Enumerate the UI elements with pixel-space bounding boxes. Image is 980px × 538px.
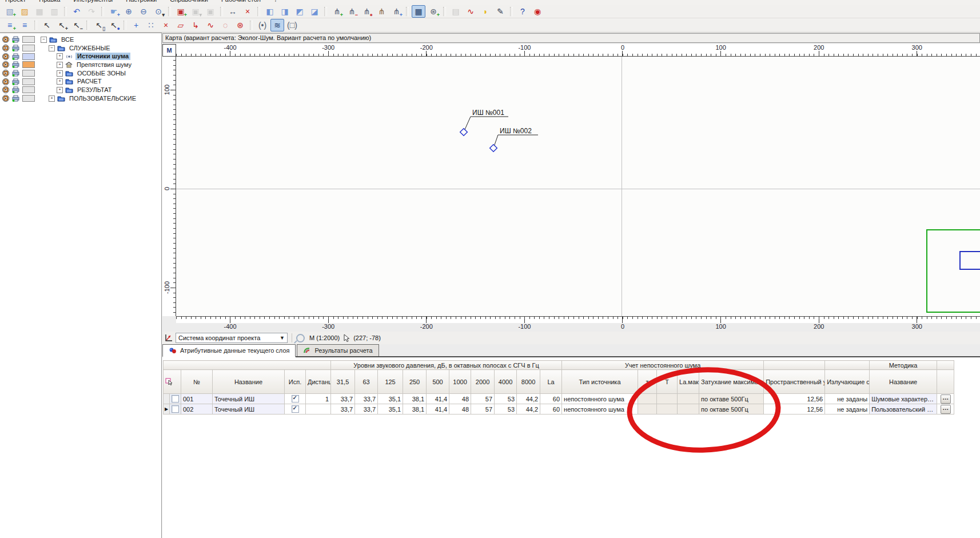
cell-name[interactable]: Точечный ИШ xyxy=(213,394,285,404)
move-object-button[interactable]: + xyxy=(129,19,143,31)
layer-label[interactable]: ПОЛЬЗОВАТЕЛЬСКИЕ xyxy=(67,95,138,102)
draw-point-source-button[interactable]: (•) xyxy=(256,19,269,31)
layer-label[interactable]: ВСЕ xyxy=(59,36,75,43)
layer-label-noise-sources[interactable]: Источники шума xyxy=(75,53,130,60)
cell-radiating-sides[interactable]: не заданы xyxy=(825,394,870,404)
add-map-object-button[interactable]: ▣+ xyxy=(174,5,188,18)
draw-area-source-button[interactable]: (□) xyxy=(285,19,299,31)
tab-attribute-data[interactable]: Атрибутивные данные текущего слоя xyxy=(162,344,296,357)
col-header-distance[interactable]: Дистанция замера (расчёта), м xyxy=(306,370,331,394)
edit-mesh-button[interactable]: ⊛ xyxy=(233,19,247,31)
cell-f500[interactable]: 41,4 xyxy=(427,394,449,404)
cell-f8000[interactable]: 44,2 xyxy=(517,394,540,404)
cell-la-max[interactable] xyxy=(678,394,699,404)
layer-color-swatch[interactable] xyxy=(22,61,35,68)
edit-nodes-button[interactable]: ∷ xyxy=(144,19,158,31)
cell-f1000[interactable]: 48 xyxy=(449,394,471,404)
table-row-001[interactable]: 001 Точечный ИШ 1 33,7 33,7 35,1 38,1 41… xyxy=(164,394,954,404)
layer-label[interactable]: Препятствия шуму xyxy=(75,61,133,69)
grid-settings-button[interactable]: ▦ xyxy=(412,5,425,18)
cell-f2000[interactable]: 57 xyxy=(471,404,495,415)
layer-print-icon[interactable] xyxy=(12,53,19,60)
acoustic-report-button[interactable]: ◉ xyxy=(531,5,544,18)
layer-color-swatch[interactable] xyxy=(22,36,35,43)
col-header-name[interactable]: Название xyxy=(213,370,285,394)
cell-f63[interactable]: 33,7 xyxy=(355,394,378,404)
layer-visibility-icon[interactable] xyxy=(2,45,9,51)
tree-expand-icon[interactable]: + xyxy=(57,78,63,85)
cell-source-type[interactable]: непостоянного шума xyxy=(562,404,638,415)
col-header-attenuation[interactable]: Затухание максимального шума xyxy=(699,370,764,394)
select-add-button[interactable]: ↖+ xyxy=(55,19,69,31)
menu-tools[interactable]: Инструменты xyxy=(74,0,113,3)
cell-la-max[interactable] xyxy=(678,404,699,415)
map-object-green-rectangle[interactable] xyxy=(926,229,980,313)
cell-f2000[interactable]: 57 xyxy=(471,394,495,404)
cell-spatial-angle[interactable]: 12,56 xyxy=(764,404,825,415)
menu-help[interactable]: ? xyxy=(274,0,277,3)
cell-radiating-sides[interactable]: не заданы xyxy=(825,404,870,415)
tree-move-button[interactable]: ⋔+ xyxy=(389,5,403,18)
col-header-f31[interactable]: 31,5 xyxy=(331,370,355,394)
col-header-f250[interactable]: 250 xyxy=(403,370,427,394)
layer-color-swatch[interactable] xyxy=(22,95,35,102)
edit-polyline-button[interactable]: ∿ xyxy=(204,19,217,31)
layer-print-icon[interactable] xyxy=(12,45,19,51)
cell-f500[interactable]: 41,4 xyxy=(427,404,449,415)
col-header-num[interactable]: № xyxy=(181,370,213,394)
tree-expand-icon[interactable]: + xyxy=(49,95,55,102)
row-select-checkbox[interactable] xyxy=(170,404,181,415)
cell-f250[interactable]: 38,1 xyxy=(403,404,427,415)
zoom-out-button[interactable]: ⊖ xyxy=(137,5,150,18)
col-header-f125[interactable]: 125 xyxy=(378,370,403,394)
cell-source-type[interactable]: непостоянного шума xyxy=(562,394,638,404)
cell-f125[interactable]: 35,1 xyxy=(378,404,403,415)
col-header-la-max[interactable]: La.макс xyxy=(678,370,699,394)
col-header-t-big[interactable]: Т xyxy=(657,370,678,394)
cell-t-big[interactable] xyxy=(657,394,678,404)
layer-print-icon[interactable] xyxy=(12,86,19,93)
cell-num[interactable]: 002 xyxy=(181,404,213,415)
menu-references[interactable]: Справочники xyxy=(170,0,208,3)
table-row-002[interactable]: ▶ 002 Точечный ИШ 33,7 33,7 35,1 38,1 41… xyxy=(164,404,954,415)
layer-print-icon[interactable] xyxy=(12,95,19,102)
menu-edit[interactable]: Правка xyxy=(39,0,60,3)
noise-profile-chart-button[interactable]: ∿ xyxy=(464,5,477,18)
cell-t-big[interactable] xyxy=(657,404,678,415)
ellipsis-button[interactable]: … xyxy=(941,405,951,414)
cell-f31[interactable]: 33,7 xyxy=(331,404,355,415)
apply-map-object-button[interactable]: ▣▾ xyxy=(189,5,202,18)
layer-print-icon[interactable] xyxy=(12,61,19,68)
layer-visibility-icon[interactable] xyxy=(2,61,9,68)
layer-print-icon[interactable] xyxy=(12,36,19,43)
undo-button[interactable]: ↶ xyxy=(70,5,83,18)
select-tool-button[interactable]: ↖ xyxy=(40,19,54,31)
layer-visibility-icon[interactable] xyxy=(2,78,9,85)
measure-distance-button[interactable]: ↔ xyxy=(226,5,240,18)
col-header-f8000[interactable]: 8000 xyxy=(517,370,540,394)
map-canvas[interactable]: ИШ №001 ИШ №002 xyxy=(176,57,980,316)
cell-la[interactable]: 60 xyxy=(540,394,562,404)
cell-t-small[interactable] xyxy=(638,394,657,404)
cell-attenuation[interactable]: по октаве 500Гц xyxy=(699,394,764,404)
pan-tool-button[interactable]: ☛+ xyxy=(107,5,121,18)
layer-print-icon[interactable] xyxy=(12,78,19,85)
copy-region-button[interactable]: ◩ xyxy=(293,5,306,18)
select-all-header[interactable] xyxy=(164,370,181,394)
tree-expand-icon[interactable]: + xyxy=(57,62,63,68)
cell-f250[interactable]: 38,1 xyxy=(403,394,427,404)
layer-label[interactable]: СЛУЖЕБНЫЕ xyxy=(67,45,112,52)
col-header-spatial-angle[interactable]: Пространственный угол, рад xyxy=(764,370,825,394)
menu-workspace[interactable]: Рабочий стол xyxy=(221,0,261,3)
map-object-blue-rectangle[interactable] xyxy=(959,251,980,270)
cell-f63[interactable]: 33,7 xyxy=(355,404,378,415)
print-map-button[interactable]: ▤ xyxy=(449,5,463,18)
cell-f8000[interactable]: 44,2 xyxy=(517,404,540,415)
layer-color-swatch[interactable] xyxy=(22,45,35,51)
menu-settings[interactable]: Настройки xyxy=(126,0,157,3)
menu-project[interactable]: Проект xyxy=(5,0,26,3)
save-project-button[interactable]: ▦ xyxy=(33,5,46,18)
cell-attenuation[interactable]: по октаве 500Гц xyxy=(699,404,764,415)
col-header-t-small[interactable]: т xyxy=(638,370,657,394)
cell-f4000[interactable]: 53 xyxy=(495,404,517,415)
